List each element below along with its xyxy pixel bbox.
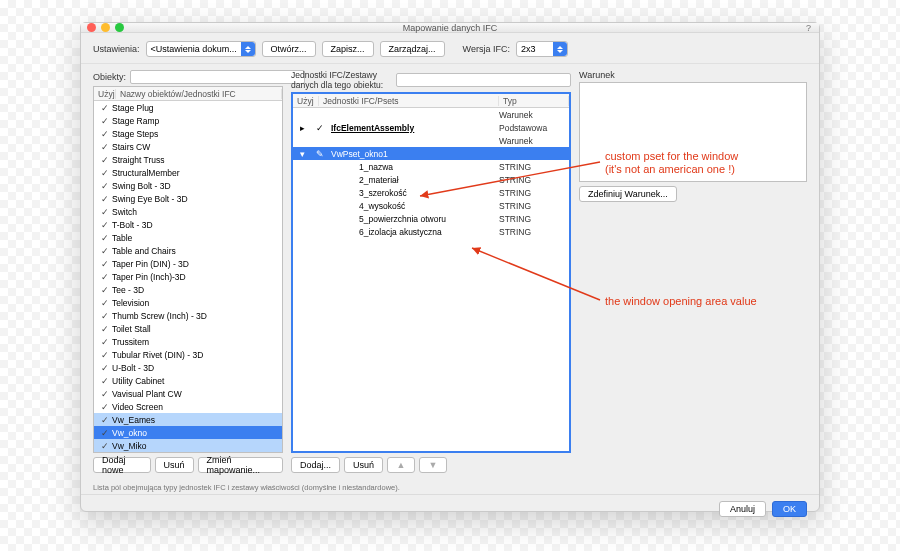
annotation-arrow-icon <box>0 0 900 551</box>
svg-line-1 <box>472 248 600 300</box>
svg-line-0 <box>420 162 600 196</box>
